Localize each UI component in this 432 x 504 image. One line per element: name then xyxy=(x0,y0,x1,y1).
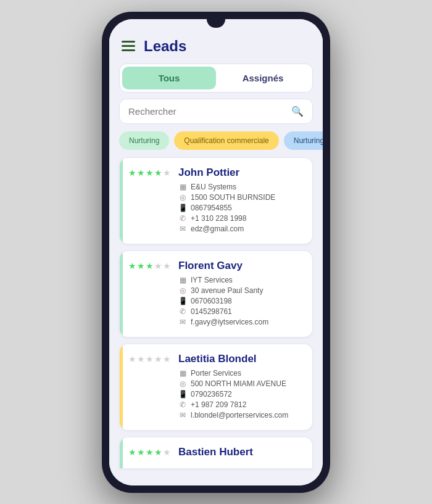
star-2: ★ xyxy=(137,447,145,457)
tab-assignes[interactable]: Assignés xyxy=(216,67,310,89)
lead-mobile: 📱 0790236572 xyxy=(178,390,304,399)
search-icon: 🔍 xyxy=(291,105,304,117)
star-4: ★ xyxy=(154,261,162,271)
star-1: ★ xyxy=(128,168,136,178)
stars: ★ ★ ★ ★ ★ xyxy=(128,261,171,271)
search-input[interactable] xyxy=(128,106,291,117)
email-icon: ✉ xyxy=(178,225,187,233)
phone-icon: ✆ xyxy=(178,214,187,223)
lead-info: Florent Gavy ▦ IYT Services ◎ 30 avenue … xyxy=(178,260,304,328)
screen-content: Leads Tous Assignés 🔍 Nurturing xyxy=(109,19,323,485)
star-2: ★ xyxy=(137,354,145,364)
building-icon: ▦ xyxy=(178,183,187,191)
star-4: ★ xyxy=(154,168,162,178)
stars: ★ ★ ★ ★ ★ xyxy=(128,354,171,364)
star-5: ★ xyxy=(163,168,171,178)
lead-mobile: 📱 0867954855 xyxy=(178,204,304,212)
lead-company: ▦ IYT Services xyxy=(178,276,304,284)
lead-address: ◎ 1500 SOUTH BURNSIDE xyxy=(178,193,304,202)
lead-phone: ✆ +1 310 228 1998 xyxy=(178,214,304,223)
star-3: ★ xyxy=(146,447,154,457)
lead-info: Bastien Hubert xyxy=(178,446,304,462)
star-5: ★ xyxy=(163,261,171,271)
lead-name: Laetitia Blondel xyxy=(178,353,304,365)
star-4: ★ xyxy=(154,354,162,364)
chip-nurturing1[interactable]: Nurturing xyxy=(119,131,169,150)
lead-card-partial[interactable]: ★ ★ ★ ★ ★ Bastien Hubert xyxy=(119,437,313,469)
lead-phone: ✆ +1 987 209 7812 xyxy=(178,400,304,409)
chip-qualification[interactable]: Qualification commerciale xyxy=(174,131,278,150)
star-4: ★ xyxy=(154,447,162,457)
lead-info: John Pottier ▦ E&U Systems ◎ 1500 SOUTH … xyxy=(178,167,304,235)
lead-email: ✉ l.blondel@porterservices.com xyxy=(178,411,304,419)
star-2: ★ xyxy=(137,261,145,271)
lead-email: ✉ edz@gmail.com xyxy=(178,225,304,233)
location-icon: ◎ xyxy=(178,286,187,295)
tab-tous[interactable]: Tous xyxy=(122,67,216,89)
lead-mobile: 📱 0670603198 xyxy=(178,297,304,305)
star-3: ★ xyxy=(146,168,154,178)
lead-company: ▦ Porter Services xyxy=(178,369,304,378)
email-icon: ✉ xyxy=(178,411,187,419)
phone-frame: Leads Tous Assignés 🔍 Nurturing xyxy=(102,12,330,493)
lead-card[interactable]: ★ ★ ★ ★ ★ Laetitia Blondel ▦ Porter Serv… xyxy=(119,344,313,431)
star-1: ★ xyxy=(128,354,136,364)
stars-container: ★ ★ ★ ★ ★ xyxy=(128,167,171,235)
stars: ★ ★ ★ ★ ★ xyxy=(128,168,171,178)
location-icon: ◎ xyxy=(178,193,187,202)
location-icon: ◎ xyxy=(178,379,187,388)
lead-phone: ✆ 0145298761 xyxy=(178,307,304,316)
hamburger-icon[interactable] xyxy=(122,41,135,51)
star-3: ★ xyxy=(146,261,154,271)
phone-icon: ✆ xyxy=(178,307,187,316)
tabs-container: Tous Assignés xyxy=(119,64,313,93)
star-2: ★ xyxy=(137,168,145,178)
chip-nurturing2[interactable]: Nurturing xyxy=(284,131,323,150)
star-5: ★ xyxy=(163,447,171,457)
leads-list: ★ ★ ★ ★ ★ John Pottier ▦ E&U Systems xyxy=(109,157,323,431)
lead-company: ▦ E&U Systems xyxy=(178,183,304,191)
stars-container: ★ ★ ★ ★ ★ xyxy=(128,353,171,421)
mobile-icon: 📱 xyxy=(178,204,187,212)
lead-card[interactable]: ★ ★ ★ ★ ★ Florent Gavy ▦ IYT Services xyxy=(119,250,313,337)
star-5: ★ xyxy=(163,354,171,364)
star-3: ★ xyxy=(146,354,154,364)
email-icon: ✉ xyxy=(178,318,187,326)
lead-card[interactable]: ★ ★ ★ ★ ★ John Pottier ▦ E&U Systems xyxy=(119,157,313,244)
mobile-icon: 📱 xyxy=(178,297,187,305)
page-title: Leads xyxy=(144,38,186,55)
star-1: ★ xyxy=(128,261,136,271)
stars-container: ★ ★ ★ ★ ★ xyxy=(128,446,171,462)
search-container: 🔍 xyxy=(119,99,313,124)
lead-name: Bastien Hubert xyxy=(178,446,304,458)
building-icon: ▦ xyxy=(178,369,187,378)
lead-name: Florent Gavy xyxy=(178,260,304,272)
building-icon: ▦ xyxy=(178,276,187,284)
star-1: ★ xyxy=(128,447,136,457)
mobile-icon: 📱 xyxy=(178,390,187,399)
filter-chips: Nurturing Qualification commerciale Nurt… xyxy=(109,131,323,157)
stars: ★ ★ ★ ★ ★ xyxy=(128,447,171,457)
lead-info: Laetitia Blondel ▦ Porter Services ◎ 500… xyxy=(178,353,304,421)
lead-address: ◎ 500 NORTH MIAMI AVENUE xyxy=(178,379,304,388)
lead-name: John Pottier xyxy=(178,167,304,179)
phone-screen: Leads Tous Assignés 🔍 Nurturing xyxy=(109,19,323,485)
phone-icon: ✆ xyxy=(178,400,187,409)
stars-container: ★ ★ ★ ★ ★ xyxy=(128,260,171,328)
header: Leads xyxy=(109,30,323,61)
lead-address: ◎ 30 avenue Paul Santy xyxy=(178,286,304,295)
lead-email: ✉ f.gavy@iytservices.com xyxy=(178,318,304,326)
